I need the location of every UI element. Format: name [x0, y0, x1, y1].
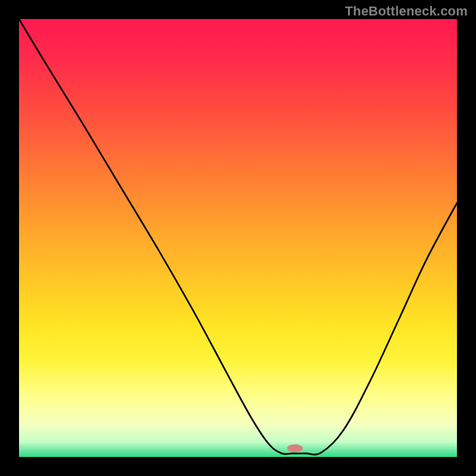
watermark-text: TheBottleneck.com	[345, 4, 468, 19]
bottleneck-chart	[19, 19, 457, 457]
gradient-background	[19, 19, 457, 457]
optimum-marker	[287, 444, 303, 452]
chart-frame: TheBottleneck.com	[0, 0, 476, 476]
